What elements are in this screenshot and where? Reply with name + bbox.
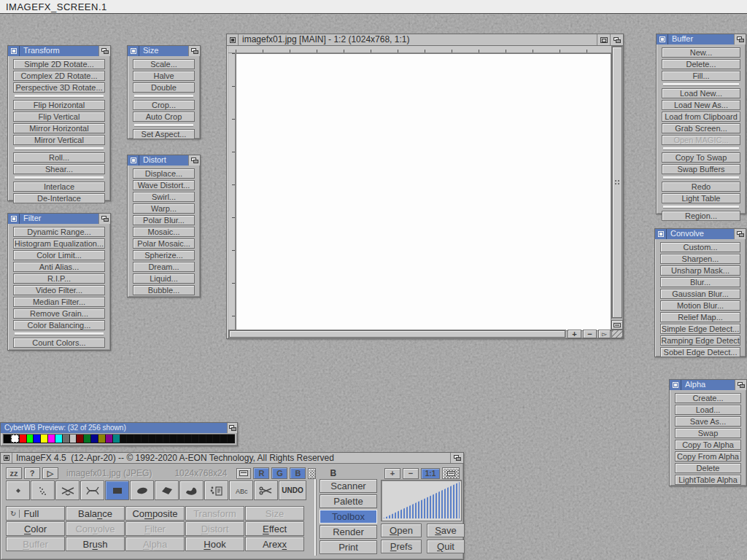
color-swatch[interactable] (41, 435, 47, 443)
paste-tool-icon[interactable] (204, 481, 228, 500)
panel-button[interactable]: Copy To Swap (662, 152, 740, 163)
green-channel-toggle[interactable]: G (271, 467, 287, 479)
color-swatch[interactable] (177, 435, 184, 443)
size-titlebar[interactable]: Size (128, 46, 200, 56)
depth-icon[interactable] (734, 34, 746, 44)
action-button[interactable]: Prefs (381, 540, 422, 553)
panel-button[interactable]: Scale... (133, 59, 195, 69)
panel-button[interactable]: Save As... (675, 416, 741, 427)
panel-button[interactable]: Polar Blur... (133, 215, 195, 225)
close-icon[interactable] (655, 229, 667, 239)
mode-button[interactable]: Render (320, 525, 377, 539)
color-swatch[interactable] (4, 435, 10, 443)
color-swatch[interactable] (48, 435, 55, 443)
menu-grid-button[interactable]: Full (6, 506, 65, 521)
curve-tool-icon[interactable] (80, 481, 104, 500)
panel-button[interactable]: Grab Screen... (662, 123, 740, 133)
panel-button[interactable]: Open MAGIC... (662, 135, 740, 145)
panel-button[interactable]: Ramping Edge Detect (660, 335, 740, 346)
resize-corner[interactable] (611, 330, 623, 338)
panel-button[interactable]: Sobel Edge Detect... (660, 347, 740, 357)
color-swatch[interactable] (228, 435, 234, 443)
menu-grid-button[interactable]: Color (6, 521, 65, 536)
panel-button[interactable]: Flip Horizontal (13, 100, 105, 110)
color-swatch[interactable] (84, 435, 90, 443)
panel-button[interactable]: Roll... (13, 152, 105, 163)
main-titlebar[interactable]: ImageFX 4.5 (12-Apr-20) -- © 1992-2020 A… (1, 453, 463, 464)
menu-grid-button[interactable]: Buffer (6, 537, 65, 551)
box-tool-icon[interactable] (105, 481, 129, 500)
alpha-titlebar[interactable]: Alpha (670, 380, 746, 390)
panel-button[interactable]: Redo (662, 182, 740, 192)
action-button[interactable]: Save (427, 524, 465, 537)
zoom-in-button[interactable]: + (568, 330, 581, 338)
depth-icon[interactable] (450, 453, 463, 463)
panel-button[interactable]: New... (662, 47, 740, 58)
close-icon[interactable] (128, 46, 139, 56)
panel-button[interactable]: LightTable Alpha (675, 475, 741, 485)
panel-button[interactable]: Swirl... (133, 192, 195, 202)
zoom-ratio-button[interactable]: 1:1 (421, 468, 440, 479)
undo-button[interactable]: UNDO (279, 481, 306, 500)
panel-button[interactable]: Motion Blur... (660, 300, 740, 311)
blue-channel-toggle[interactable]: B (290, 467, 306, 479)
panel-button[interactable]: R.I.P... (13, 273, 105, 284)
color-swatch[interactable] (127, 435, 133, 443)
close-icon[interactable] (8, 46, 20, 56)
panel-button[interactable]: Copy From Alpha (675, 451, 741, 462)
vertical-scroll-thumb[interactable] (612, 47, 622, 318)
mode-button[interactable]: Palette (320, 494, 377, 508)
keyboard-gadget-icon[interactable] (611, 320, 623, 330)
scissors-tool-icon[interactable] (254, 481, 278, 500)
panel-button[interactable]: Color Balancing... (13, 320, 105, 330)
mode-button[interactable]: Print (320, 540, 377, 554)
menu-grid-button[interactable]: Brush (66, 537, 125, 551)
panel-button[interactable]: Wave Distort... (133, 180, 195, 190)
panel-button[interactable]: Copy To Alpha (675, 440, 741, 450)
distort-titlebar[interactable]: Distort (128, 155, 200, 166)
panel-button[interactable]: Video Filter... (13, 285, 105, 295)
depth-icon[interactable] (735, 380, 746, 390)
run-macro-button[interactable]: ▷ (42, 467, 58, 479)
menu-grid-button[interactable]: Hook (185, 537, 244, 551)
panel-button[interactable]: Relief Map... (660, 312, 740, 322)
panel-button[interactable]: Shear... (13, 164, 105, 174)
color-swatch[interactable] (98, 435, 105, 443)
panel-button[interactable]: Delete... (662, 59, 740, 69)
close-icon[interactable] (670, 380, 681, 390)
panel-button[interactable]: Blur... (660, 277, 740, 287)
convolve-titlebar[interactable]: Convolve (655, 229, 746, 239)
point-tool-icon[interactable] (6, 481, 30, 500)
panel-button[interactable]: Mirror Vertical (13, 135, 105, 145)
zoom-out-button[interactable]: − (403, 468, 419, 479)
color-swatch[interactable] (213, 435, 220, 443)
panel-button[interactable]: Region... (662, 211, 740, 221)
panel-button[interactable]: Set Aspect... (133, 129, 195, 139)
panel-button[interactable]: Delete (675, 463, 741, 473)
dither-toggle-icon[interactable] (308, 468, 316, 479)
polygon-tool-icon[interactable] (155, 481, 179, 500)
panel-button[interactable]: De-Interlace (13, 193, 105, 203)
depth-icon[interactable] (188, 46, 200, 56)
airbrush-tool-icon[interactable] (31, 481, 55, 500)
mode-button[interactable]: Scanner (320, 479, 377, 493)
line-tool-icon[interactable] (55, 481, 80, 500)
pan-button[interactable]: ▻ (598, 330, 611, 338)
help-button[interactable]: ? (24, 467, 40, 479)
color-swatch[interactable] (206, 435, 213, 443)
action-button[interactable]: Open (381, 524, 422, 537)
panel-button[interactable]: Interlace (13, 182, 105, 192)
panel-button[interactable]: Polar Mosaic... (133, 238, 195, 249)
vertical-scrollbar[interactable] (611, 46, 623, 319)
panel-button[interactable]: Count Colors... (13, 338, 105, 348)
buffer-titlebar[interactable]: Buffer (657, 34, 746, 44)
close-icon[interactable] (1, 453, 12, 463)
color-swatch[interactable] (142, 435, 148, 443)
color-swatch[interactable] (163, 435, 170, 443)
close-icon[interactable] (227, 34, 239, 45)
color-swatch[interactable] (20, 435, 26, 443)
zoom-out-button[interactable]: − (583, 330, 597, 338)
panel-button[interactable]: Custom... (660, 242, 740, 252)
color-swatch[interactable] (134, 435, 141, 443)
color-swatch[interactable] (170, 435, 177, 443)
